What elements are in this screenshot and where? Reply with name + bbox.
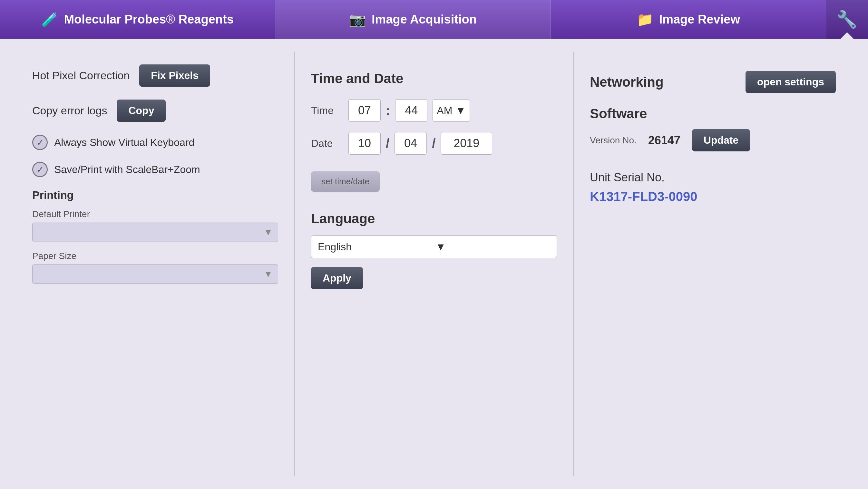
virtual-keyboard-row[interactable]: Always Show Virtual Keyboard xyxy=(32,135,278,150)
set-time-button[interactable]: set time/date xyxy=(311,171,380,192)
default-printer-label: Default Printer xyxy=(32,209,278,219)
language-section: Language English ▼ Apply xyxy=(311,211,557,289)
paper-size-select[interactable]: ▼ xyxy=(32,264,278,284)
ampm-chevron: ▼ xyxy=(456,105,466,117)
version-no-value: 26147 xyxy=(648,134,680,147)
virtual-keyboard-checkbox[interactable] xyxy=(32,135,48,150)
acquisition-icon: 📷 xyxy=(349,11,366,27)
scalebar-zoom-row[interactable]: Save/Print with ScaleBar+Zoom xyxy=(32,162,278,177)
nav-acquisition[interactable]: 📷 Image Acquisition xyxy=(275,0,551,39)
serial-section: Unit Serial No. K1317-FLD3-0090 xyxy=(590,171,836,204)
nav-tools[interactable]: 🔧 xyxy=(826,0,868,39)
time-label: Time xyxy=(311,105,343,117)
time-date-section: Time and Date Time : AM ▼ Date / / set t xyxy=(311,71,557,192)
language-value: English xyxy=(318,241,433,253)
date-label: Date xyxy=(311,137,343,150)
hot-pixel-row: Hot Pixel Correction Fix Pixels xyxy=(32,64,278,87)
networking-row: Networking open settings xyxy=(590,71,836,93)
default-printer-select[interactable]: ▼ xyxy=(32,223,278,242)
date-day-input[interactable] xyxy=(395,132,427,155)
update-button[interactable]: Update xyxy=(692,129,750,152)
date-row: Date / / xyxy=(311,132,557,155)
main-content: Hot Pixel Correction Fix Pixels Copy err… xyxy=(0,39,868,489)
reagents-label: Molecular Probes® Reagents xyxy=(64,12,234,26)
software-title: Software xyxy=(590,106,836,122)
reagents-icon: 🧪 xyxy=(41,11,58,27)
nav-review[interactable]: 📁 Image Review xyxy=(551,0,826,39)
version-no-label: Version No. xyxy=(590,135,637,145)
wrench-icon: 🔧 xyxy=(836,10,857,29)
review-icon: 📁 xyxy=(637,11,653,27)
copy-button[interactable]: Copy xyxy=(117,100,166,122)
panel-center: Time and Date Time : AM ▼ Date / / set t xyxy=(294,52,573,476)
time-date-title: Time and Date xyxy=(311,71,557,86)
top-navbar: 🧪 Molecular Probes® Reagents 📷 Image Acq… xyxy=(0,0,868,39)
date-year-input[interactable] xyxy=(441,132,492,155)
serial-value: K1317-FLD3-0090 xyxy=(590,189,836,204)
panel-left: Hot Pixel Correction Fix Pixels Copy err… xyxy=(16,52,294,476)
time-colon: : xyxy=(386,103,390,118)
printing-section: Printing Default Printer ▼ Paper Size ▼ xyxy=(32,189,278,284)
printing-title: Printing xyxy=(32,189,278,201)
paper-size-label: Paper Size xyxy=(32,251,278,261)
language-title: Language xyxy=(311,211,557,226)
reagents-label-normal: ® Reagents xyxy=(166,12,234,26)
virtual-keyboard-label: Always Show Virtual Keyboard xyxy=(54,137,194,149)
default-printer-chevron: ▼ xyxy=(264,227,273,237)
hot-pixel-label: Hot Pixel Correction xyxy=(32,69,130,82)
serial-title: Unit Serial No. xyxy=(590,171,836,184)
software-section: Software Version No. 26147 Update xyxy=(590,106,836,152)
time-row: Time : AM ▼ xyxy=(311,99,557,122)
time-hour-input[interactable] xyxy=(348,99,381,122)
networking-section: Networking open settings xyxy=(590,71,836,93)
acquisition-label: Image Acquisition xyxy=(372,12,477,26)
fix-pixels-button[interactable]: Fix Pixels xyxy=(139,64,210,87)
date-month-input[interactable] xyxy=(348,132,381,155)
apply-button[interactable]: Apply xyxy=(311,267,363,289)
open-settings-button[interactable]: open settings xyxy=(746,71,836,93)
nav-reagents[interactable]: 🧪 Molecular Probes® Reagents xyxy=(0,0,275,39)
scalebar-zoom-checkbox[interactable] xyxy=(32,162,48,177)
date-sep1: / xyxy=(386,136,390,151)
networking-title: Networking xyxy=(590,74,664,90)
time-minute-input[interactable] xyxy=(395,99,427,122)
version-row: Version No. 26147 Update xyxy=(590,129,836,152)
date-sep2: / xyxy=(432,136,435,151)
language-chevron: ▼ xyxy=(436,241,551,253)
copy-logs-label: Copy error logs xyxy=(32,104,107,117)
panel-right: Networking open settings Software Versio… xyxy=(573,52,852,476)
copy-logs-row: Copy error logs Copy xyxy=(32,100,278,122)
review-label: Image Review xyxy=(659,12,740,26)
paper-size-chevron: ▼ xyxy=(264,269,273,279)
scalebar-zoom-label: Save/Print with ScaleBar+Zoom xyxy=(54,164,200,175)
active-indicator xyxy=(841,32,854,39)
ampm-value: AM xyxy=(437,105,452,117)
language-select[interactable]: English ▼ xyxy=(311,235,557,258)
ampm-select[interactable]: AM ▼ xyxy=(433,99,470,122)
